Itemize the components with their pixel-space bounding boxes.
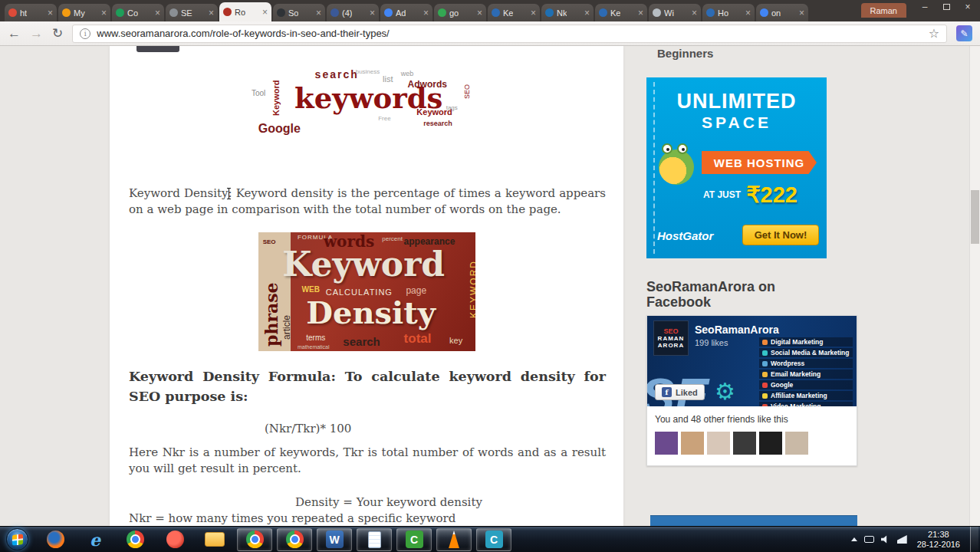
show-desktop-button[interactable] <box>970 527 978 552</box>
address-bar[interactable]: i www.seoramanarora.com/role-of-keywords… <box>72 25 947 43</box>
tab-close-icon[interactable]: × <box>692 9 697 17</box>
wordcloud-word: research <box>423 120 452 127</box>
url-text[interactable]: www.seoramanarora.com/role-of-keywords-i… <box>97 28 922 39</box>
taskbar-app-button[interactable] <box>117 528 153 551</box>
browser-tab[interactable]: SE × <box>166 4 218 21</box>
taskbar-app-icon <box>246 531 264 548</box>
network-icon[interactable] <box>897 535 907 544</box>
taskbar-app-button[interactable]: W <box>317 528 352 551</box>
browser-tab[interactable]: My × <box>58 4 110 21</box>
service-label: Digital Marketing <box>771 338 823 346</box>
reload-icon[interactable]: ↻ <box>52 27 63 40</box>
tab-close-icon[interactable]: × <box>423 9 429 17</box>
tab-title: on <box>771 8 781 18</box>
minimize-button[interactable]: – <box>914 0 936 14</box>
volume-icon[interactable] <box>881 535 890 544</box>
taskbar-app-icon: C <box>406 531 423 548</box>
back-icon[interactable]: ← <box>8 27 21 40</box>
taskbar-app-button[interactable]: C <box>476 528 511 551</box>
avatar[interactable] <box>759 432 782 455</box>
taskbar-app-button[interactable] <box>277 528 312 551</box>
facebook-cover[interactable]: SE ⚙ SEO RAMAN ARORA SeoRamanArora 199 l… <box>647 316 857 406</box>
services-list: Digital Marketing Social Media & Marketi… <box>759 337 853 406</box>
tab-close-icon[interactable]: × <box>531 9 536 17</box>
tab-close-icon[interactable]: × <box>638 9 643 17</box>
keyboard-tray-icon[interactable] <box>864 536 874 543</box>
tab-close-icon[interactable]: × <box>370 9 375 17</box>
tab-list: ht × My × Co × SE × Ro <box>5 2 810 21</box>
avatar[interactable] <box>733 432 756 455</box>
profile-button[interactable]: Raman <box>861 3 906 18</box>
taskbar-app-button[interactable] <box>157 528 192 551</box>
liked-button[interactable]: f Liked <box>655 384 705 400</box>
avatar[interactable] <box>681 432 704 455</box>
tab-close-icon[interactable]: × <box>155 9 160 17</box>
avatar[interactable] <box>707 432 730 455</box>
ad-space-text: SPACE <box>646 113 827 132</box>
tab-close-icon[interactable]: × <box>477 9 482 17</box>
browser-tab[interactable]: on × <box>756 4 808 21</box>
tab-close-icon[interactable]: × <box>799 9 804 17</box>
facebook-page-name[interactable]: SeoRamanArora <box>695 324 779 336</box>
service-item: Google <box>759 380 853 389</box>
taskbar-app-button[interactable] <box>436 528 472 551</box>
tab-close-icon[interactable]: × <box>209 9 214 17</box>
tab-title: Ho <box>718 8 728 18</box>
service-label: Affiliate Marketing <box>771 392 827 399</box>
page-info-icon[interactable]: i <box>80 28 90 39</box>
taskbar-app-button[interactable] <box>237 528 272 551</box>
cut-off-blue-box <box>650 515 857 526</box>
browser-tab[interactable]: Co × <box>112 4 164 21</box>
hostgator-ad-banner[interactable]: UNLIMITED SPACE WEB HOSTING AT JUST ₹222… <box>646 77 827 258</box>
taskbar-app-button[interactable] <box>197 528 232 551</box>
tab-close-icon[interactable]: × <box>745 9 751 17</box>
tab-title: So <box>288 8 298 18</box>
mascot-eye <box>677 143 688 154</box>
taskbar-app-button[interactable] <box>38 528 73 551</box>
tab-close-icon[interactable]: × <box>584 9 590 17</box>
browser-tab[interactable]: Ro × <box>219 2 271 21</box>
extension-pen-icon[interactable]: ✎ <box>956 25 972 41</box>
browser-tab[interactable]: go × <box>434 4 486 21</box>
browser-tab[interactable]: ht × <box>5 4 57 21</box>
hostgator-logo-text: HostGator <box>657 229 713 242</box>
page-scrollbar[interactable] <box>969 46 980 526</box>
start-button[interactable] <box>6 528 28 550</box>
browser-tab[interactable]: (4) × <box>327 4 379 21</box>
tab-close-icon[interactable]: × <box>48 9 53 17</box>
service-bullet-icon <box>762 404 768 407</box>
bookmark-star-icon[interactable]: ☆ <box>929 26 939 41</box>
tab-title: Ad <box>396 8 406 18</box>
maximize-button[interactable] <box>936 0 957 14</box>
browser-tab[interactable]: Ho × <box>702 4 755 21</box>
facebook-f-icon: f <box>662 387 672 397</box>
clock[interactable]: 21:38 28-12-2016 <box>917 530 960 550</box>
close-button[interactable]: × <box>957 0 978 14</box>
taskbar-app-button[interactable]: e <box>77 528 113 551</box>
browser-tab[interactable]: Ke × <box>595 4 647 21</box>
wordcloud-word: SEO <box>464 84 471 99</box>
forward-icon[interactable]: → <box>30 27 43 40</box>
taskbar-app-button[interactable]: C <box>396 528 432 551</box>
scrollbar-thumb[interactable] <box>971 190 979 244</box>
get-it-now-button[interactable]: Get It Now! <box>742 225 819 245</box>
browser-tab[interactable]: Wi × <box>649 4 701 21</box>
wordcloud-word: Keyword <box>282 248 445 281</box>
avatar[interactable] <box>655 432 678 455</box>
tab-close-icon[interactable]: × <box>316 9 321 17</box>
taskbar-app-button[interactable] <box>357 528 392 551</box>
browser-tab[interactable]: Ke × <box>488 4 540 21</box>
keyword-density-paragraph: Keyword Density: Keyword density is the … <box>129 186 606 218</box>
avatar[interactable] <box>785 432 808 455</box>
tab-favicon <box>599 8 607 17</box>
browser-tab[interactable]: So × <box>273 4 325 21</box>
browser-tab[interactable]: Ad × <box>380 4 432 21</box>
browser-tab[interactable]: Nk × <box>541 4 594 21</box>
taskbar-app-icon <box>127 531 144 548</box>
maximize-icon <box>943 4 950 10</box>
wordcloud-word: Tool <box>252 90 265 97</box>
tab-close-icon[interactable]: × <box>262 8 268 16</box>
wordcloud-word: WEB <box>302 286 320 294</box>
tab-close-icon[interactable]: × <box>101 9 107 17</box>
show-hidden-icons-icon[interactable] <box>851 537 857 541</box>
